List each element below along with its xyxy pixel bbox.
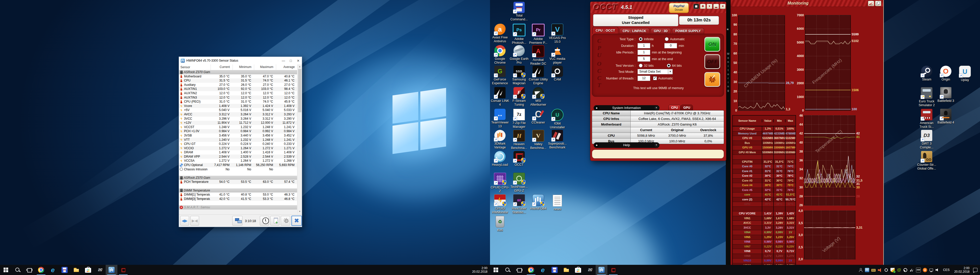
table-row[interactable]: AUXTIN312.0 °C12.0 °C12.0 °C12.0 °C <box>179 95 297 100</box>
quit-button[interactable]: ✖ <box>291 216 302 226</box>
desktop-icon-adobe[interactable]: PrAdobePremiere P... <box>528 24 548 45</box>
scrollbar-thumb[interactable] <box>298 69 301 112</box>
idle-begin-input[interactable] <box>638 50 650 55</box>
table-row[interactable]: VCCST1.248 V1.232 V1.248 V1.241 V <box>179 125 297 130</box>
taskbar-chrome-button[interactable] <box>35 265 47 275</box>
tray-cam-icon[interactable] <box>884 268 888 272</box>
taskbar-occt-button[interactable] <box>118 265 129 275</box>
desktop-icon-7-zip-file[interactable]: 7z7-Zip FileManager <box>509 109 529 129</box>
table-row[interactable]: PCH Temperature54.0 °C53.5 °C63.0 °C57.4… <box>179 180 297 184</box>
taskbar-hwinfo-button[interactable] <box>596 265 608 275</box>
column-minimum[interactable]: Minimum <box>233 65 255 70</box>
tray-corsair-icon[interactable] <box>910 268 914 272</box>
table-group-row[interactable]: ASRock Z370 Gamin... <box>179 176 297 180</box>
table-row[interactable]: CPU GT0.224 V0.224 V0.240 V0.233 V <box>179 142 297 146</box>
desktop-icon-adobe[interactable]: PsAdobePhotosh... <box>509 24 529 45</box>
table-row[interactable]: DIMM[1] Temperature41.0 °C40.8 °C53.0 °C… <box>179 193 297 197</box>
remote-monitor-button[interactable] <box>232 216 242 226</box>
stop-test-button[interactable]: OFF <box>704 54 720 69</box>
tray-audio-icon[interactable] <box>878 268 882 272</box>
taskbar-store-button[interactable] <box>572 265 584 275</box>
tab-power-supply[interactable]: POWER SUPPLY <box>672 28 704 34</box>
desktop-icon-google[interactable]: GoogleChrome <box>490 45 510 65</box>
table-row[interactable]: Auxiliary27.0 °C26.0 °C27.0 °C27.0 °C <box>179 83 297 87</box>
maximize-button[interactable]: □ <box>287 57 294 65</box>
table-row[interactable]: AUXTIN1103.0 °C92.0 °C103.0 °C98.4 °C <box>179 87 297 91</box>
tray-avast-icon[interactable] <box>923 268 927 272</box>
taskbar-chrome-button[interactable] <box>525 265 537 275</box>
monitoring-strip[interactable]: ★ Monitoring <box>726 0 730 265</box>
chevron-down-icon[interactable]: ▼ <box>654 106 659 110</box>
tray-hwinfo-icon[interactable] <box>865 268 869 272</box>
column-maximum[interactable]: Maximum <box>254 65 276 70</box>
threads-auto-checkbox[interactable] <box>653 76 657 80</box>
table-row[interactable]: Motherboard35.0 °C35.0 °C47.0 °C40.8 °C <box>179 74 297 79</box>
bits32-radio[interactable] <box>639 64 643 68</box>
tab-cpu-occt[interactable]: CPU : OCCT <box>592 27 618 34</box>
desktop-icon-3dmark[interactable]: 3DMarkVantage <box>490 130 510 150</box>
duration-hours-input[interactable] <box>638 43 650 48</box>
sysinfo-tab-cpu[interactable]: CPU <box>668 105 681 111</box>
desktop-icon-ko-[interactable]: ♻Koš <box>490 216 510 232</box>
table-row[interactable]: AUXTIN212.0 °C12.0 °C12.0 °C12.0 °C <box>179 91 297 95</box>
desktop-icon-avast-free[interactable]: aAvast FreeAntivirus <box>490 24 510 43</box>
taskbar-clock[interactable]: 2:0020.02.2018 <box>952 266 972 273</box>
nav-arrows-button[interactable]: ◀▶ <box>180 216 189 226</box>
desktop-icon-euro-truck[interactable]: Euro TruckSimulator 2 <box>917 87 936 107</box>
table-row[interactable]: CPU31.5 °C31.5 °C74.0 °C46.1 °C <box>179 78 297 83</box>
desktop-icon-cpuid[interactable]: ϟCPUIDHWMonitor <box>490 194 510 214</box>
tray-magician-icon[interactable] <box>916 268 921 272</box>
desktop-icon-news[interactable]: news <box>548 194 567 211</box>
desktop-icon-iobit[interactable]: UIObitUninstaller <box>548 109 567 130</box>
table-group-row[interactable]: DIMM Temperature ... <box>179 188 297 193</box>
tray-volume-icon[interactable] <box>935 268 940 272</box>
graph-settings-button[interactable] <box>868 1 874 6</box>
tray-rtss-icon[interactable] <box>871 269 876 272</box>
taskbar-totalcmd-button[interactable] <box>59 265 70 275</box>
desktop-icon-msi[interactable]: MSIAfterburner <box>528 87 548 107</box>
taskbar-taskview-button[interactable] <box>24 265 35 275</box>
bits64-radio[interactable] <box>667 64 671 68</box>
desktop-icon-rivatuner[interactable]: 60RivaTunerStatistic... <box>509 194 529 214</box>
taskbar-hwinfo-button[interactable] <box>106 265 118 275</box>
close-button[interactable]: ✕ <box>294 57 302 65</box>
taskbar-search-button[interactable] <box>12 265 24 275</box>
table-row[interactable]: Chassis IntrusionNoNoNo <box>179 167 297 172</box>
tray-steam-icon[interactable] <box>903 268 907 272</box>
desktop-icon-heaven[interactable]: HHeavenBenchma... <box>509 130 529 150</box>
desktop-icon-valley[interactable]: VValleyBenchma... <box>528 130 548 150</box>
start-test-button[interactable]: ON <box>704 37 720 52</box>
table-row[interactable]: +5V5.040 V5.016 V5.040 V5.033 V <box>179 108 297 112</box>
desktop-icon-total[interactable]: TotalCommand... <box>509 2 529 21</box>
tab-gpu-3d[interactable]: GPU : 3D <box>651 28 671 34</box>
desktop-icon-google-earth[interactable]: Google EarthPro <box>509 45 529 65</box>
desktop-icon-uplay[interactable]: UUplay <box>955 66 975 82</box>
column-average[interactable]: Average <box>276 65 298 70</box>
chevron-down-icon[interactable]: ▼ <box>654 143 659 147</box>
desktop-icon-acrobat[interactable]: AAcrobatReader DC <box>528 45 548 66</box>
column-sensor[interactable]: Sensor <box>179 65 211 70</box>
minimize-button[interactable]: ▂ <box>713 4 719 9</box>
sysinfo-tab-gpu[interactable]: GPU <box>681 105 693 111</box>
infinite-radio[interactable] <box>639 37 643 41</box>
desktop-icon-cam[interactable]: CAM <box>548 66 567 82</box>
nav-arrows-disabled-button[interactable]: ▶◀ <box>190 216 199 226</box>
automatic-radio[interactable] <box>665 37 669 41</box>
action-center-icon[interactable] <box>973 268 977 272</box>
menu-dropdown-button[interactable]: ▼ <box>707 4 712 9</box>
test-mode-select[interactable]: Small Data Set ▼ <box>638 69 673 74</box>
taskbar-mail-button[interactable] <box>94 265 106 275</box>
desktop-icon-teamviewer[interactable]: ↔TeamViewer13 <box>490 109 510 128</box>
table-row[interactable]: DIMM[3] Temperature42.0 °C41.5 °C53.3 °C… <box>179 197 297 201</box>
taskbar-occt-button[interactable] <box>608 265 619 275</box>
vertical-scrollbar[interactable]: ▲ ▼ <box>298 65 302 213</box>
desktop-icon-origin[interactable]: OOrigin <box>936 66 956 82</box>
screenshot-button[interactable]: ▣ <box>694 4 699 9</box>
taskbar-explorer-button[interactable] <box>560 265 572 275</box>
table-row[interactable]: 3VSB3.456 V3.440 V3.456 V3.452 V <box>179 133 297 138</box>
taskbar-clock[interactable]: 2:0020.02.2018 <box>469 266 490 273</box>
desktop-icon-superpositi-[interactable]: Superpositi...Benchmark <box>548 130 567 150</box>
table-row[interactable]: DRAM VPP2.544 V2.528 V2.544 V2.539 V <box>179 155 297 159</box>
options-button[interactable] <box>704 72 720 87</box>
monitoring-titlebar[interactable]: Monitoring <box>731 0 883 7</box>
